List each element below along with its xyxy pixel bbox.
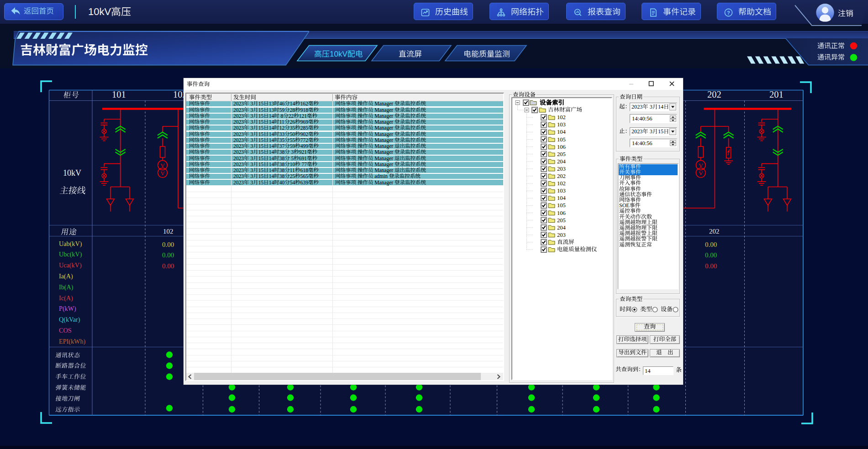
svg-text:15: 15 [658, 128, 663, 135]
svg-text:2023: 2023 [631, 104, 642, 110]
svg-text:14:40:56: 14:40:56 [632, 140, 652, 146]
svg-text:SOE: SOE [619, 202, 630, 209]
svg-text:3: 3 [650, 128, 652, 135]
svg-text:3: 3 [650, 104, 652, 110]
svg-text:2023: 2023 [631, 128, 642, 135]
svg-text:14:40:56: 14:40:56 [632, 115, 652, 121]
svg-text:14: 14 [645, 367, 651, 374]
svg-text:14: 14 [658, 104, 663, 110]
